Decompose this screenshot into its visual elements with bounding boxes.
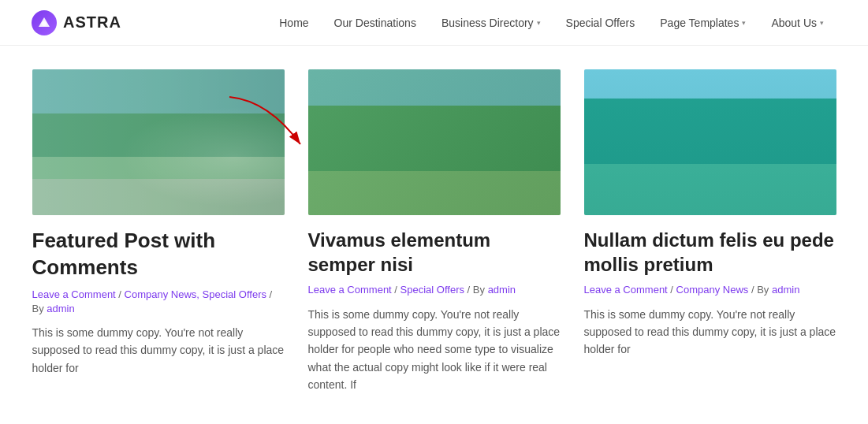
author-link[interactable]: admin	[47, 303, 74, 314]
post-image	[32, 69, 285, 215]
post-meta: Leave a Comment / Special Offers / By ad…	[308, 283, 561, 297]
leave-comment-link[interactable]: Leave a Comment	[308, 284, 392, 296]
post-card: Vivamus elementum semper nisi Leave a Co…	[308, 69, 561, 394]
logo-text: ASTRA	[63, 13, 121, 32]
nav-page-templates[interactable]: Page Templates ▾	[647, 0, 758, 46]
category-link[interactable]: Company News, Special Offers	[125, 288, 266, 300]
nav-home[interactable]: Home	[266, 0, 321, 46]
leave-comment-link[interactable]: Leave a Comment	[32, 288, 116, 300]
main-nav: Home Our Destinations Business Directory…	[266, 0, 836, 46]
svg-point-1	[42, 21, 47, 26]
author-link[interactable]: admin	[772, 284, 799, 296]
post-title: Featured Post with Comments	[32, 228, 285, 281]
post-card: Featured Post with Comments Leave a Comm…	[32, 69, 285, 394]
leave-comment-link[interactable]: Leave a Comment	[584, 284, 668, 296]
post-title: Nullam dictum felis eu pede mollis preti…	[584, 228, 836, 277]
chevron-down-icon: ▾	[537, 19, 541, 27]
nav-our-destinations[interactable]: Our Destinations	[322, 0, 429, 46]
chevron-down-icon: ▾	[820, 19, 824, 27]
post-image	[584, 69, 836, 215]
chevron-down-icon: ▾	[742, 19, 746, 27]
post-excerpt: This is some dummy copy. You're not real…	[584, 306, 836, 359]
post-excerpt: This is some dummy copy. You're not real…	[32, 324, 285, 377]
category-link[interactable]: Special Offers	[400, 284, 464, 296]
logo-icon	[32, 10, 57, 35]
nav-business-directory[interactable]: Business Directory ▾	[429, 0, 553, 46]
main-content: Featured Post with Comments Leave a Comm…	[17, 69, 852, 394]
nav-special-offers[interactable]: Special Offers	[553, 0, 648, 46]
post-meta: Leave a Comment / Company News / By admi…	[584, 283, 836, 297]
site-logo[interactable]: ASTRA	[32, 10, 121, 35]
author-link[interactable]: admin	[488, 284, 516, 296]
post-image	[308, 69, 561, 215]
nav-about-us[interactable]: About Us ▾	[758, 0, 836, 46]
post-excerpt: This is some dummy copy. You're not real…	[308, 306, 561, 394]
post-meta: Leave a Comment / Company News, Special …	[32, 288, 285, 316]
posts-grid: Featured Post with Comments Leave a Comm…	[32, 69, 836, 394]
site-header: ASTRA Home Our Destinations Business Dir…	[0, 0, 868, 46]
post-title: Vivamus elementum semper nisi	[308, 228, 561, 277]
category-link[interactable]: Company News	[676, 284, 749, 296]
post-card: Nullam dictum felis eu pede mollis preti…	[584, 69, 836, 394]
